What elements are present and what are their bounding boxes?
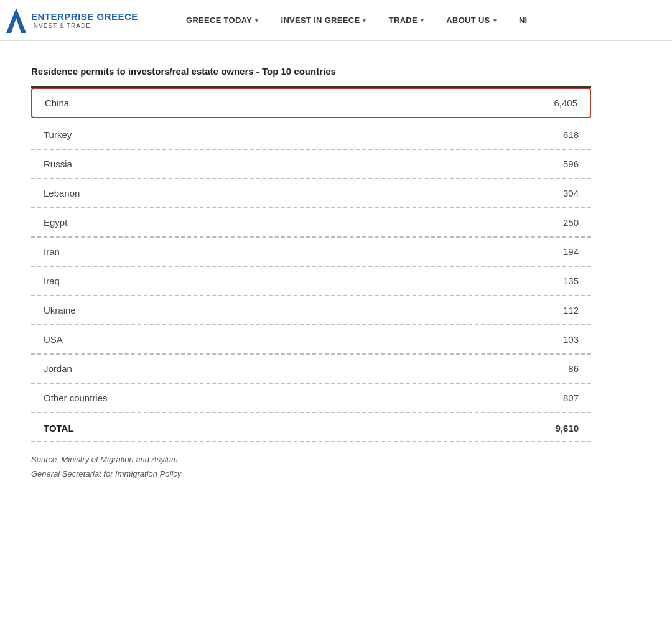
svg-marker-0: [6, 8, 26, 33]
logo-text: ENTERPRISE GREECE INVEST & TRADE: [31, 11, 138, 29]
total-value: 9,610: [555, 423, 579, 434]
source-text: Source: Ministry of Migration and Asylum…: [31, 452, 591, 481]
nav-greece-today[interactable]: GREECE TODAY ▾: [175, 0, 270, 41]
header-divider: [162, 8, 162, 33]
row-value: 112: [563, 305, 579, 315]
data-rows: Turkey 618 Russia 596 Lebanon 304 Egypt …: [31, 121, 591, 413]
row-country: Iran: [44, 246, 60, 257]
row-value: 250: [563, 217, 579, 228]
main-nav: GREECE TODAY ▾ INVEST IN GREECE ▾ TRADE …: [175, 0, 539, 40]
highlighted-country: China: [45, 98, 69, 108]
row-country: Egypt: [44, 217, 67, 228]
row-value: 596: [563, 159, 579, 169]
logo[interactable]: ENTERPRISE GREECE INVEST & TRADE: [6, 8, 149, 33]
chevron-down-icon: ▾: [493, 17, 497, 24]
row-value: 304: [563, 188, 579, 198]
nav-about-us[interactable]: ABOUT US ▾: [435, 0, 508, 41]
row-country: Lebanon: [44, 188, 80, 198]
row-country: Jordan: [44, 363, 72, 374]
row-value: 194: [563, 246, 579, 257]
total-label: TOTAL: [44, 423, 74, 434]
logo-line1: ENTERPRISE GREECE: [31, 11, 138, 22]
row-country: USA: [44, 334, 63, 345]
highlighted-value: 6,405: [554, 98, 577, 108]
list-item: Russia 596: [31, 150, 591, 179]
logo-line2: INVEST & TRADE: [31, 22, 138, 29]
highlighted-row-china: China 6,405: [31, 88, 591, 118]
row-country: Other countries: [44, 393, 108, 403]
list-item: Ukraine 112: [31, 296, 591, 325]
row-country: Iraq: [44, 276, 60, 286]
list-item: USA 103: [31, 325, 591, 355]
row-country: Ukraine: [44, 305, 76, 315]
header: ENTERPRISE GREECE INVEST & TRADE GREECE …: [0, 0, 672, 41]
row-value: 86: [568, 363, 579, 374]
list-item: Turkey 618: [31, 121, 591, 150]
row-value: 103: [563, 334, 579, 345]
logo-icon: [6, 8, 26, 33]
source-line-2: General Secretariat for Immigration Poli…: [31, 467, 591, 481]
list-item: Lebanon 304: [31, 179, 591, 208]
row-country: Turkey: [44, 129, 72, 140]
nav-trade[interactable]: TRADE ▾: [378, 0, 436, 41]
list-item: Jordan 86: [31, 355, 591, 384]
row-value: 135: [563, 276, 579, 286]
chevron-down-icon: ▾: [363, 17, 366, 24]
list-item: Iran 194: [31, 238, 591, 267]
list-item: Egypt 250: [31, 208, 591, 238]
nav-ni[interactable]: NI: [508, 0, 539, 41]
row-value: 807: [563, 393, 579, 403]
row-country: Russia: [44, 159, 72, 169]
chevron-down-icon: ▾: [255, 17, 258, 24]
list-item: Iraq 135: [31, 267, 591, 296]
chevron-down-icon: ▾: [421, 17, 424, 24]
total-row: TOTAL 9,610: [31, 413, 591, 442]
chart-title: Residence permits to investors/real esta…: [31, 66, 591, 77]
main-content: Residence permits to investors/real esta…: [0, 41, 622, 506]
row-value: 618: [563, 129, 579, 140]
source-line-1: Source: Ministry of Migration and Asylum: [31, 452, 591, 467]
list-item: Other countries 807: [31, 384, 591, 413]
nav-invest-in-greece[interactable]: INVEST IN GREECE ▾: [270, 0, 378, 41]
